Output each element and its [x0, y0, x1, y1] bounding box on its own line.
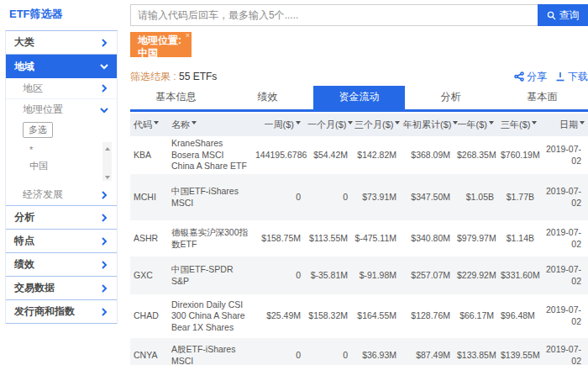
- close-icon[interactable]: ×: [186, 32, 190, 40]
- cell-name: A股ETF-iShares MSCI: [168, 338, 252, 365]
- geo-location-listbox: * 中国: [23, 142, 112, 181]
- tab-bar: 基本信息 绩效 资金流动 分析 基本面: [130, 86, 588, 112]
- cell-code: CNYA: [130, 338, 168, 365]
- cell-week: 144195.6786: [252, 136, 304, 174]
- results-bar: 筛选结果 : 55 ETFs 分享 下载: [130, 70, 588, 83]
- cell-three-year: $1.77B: [497, 174, 538, 220]
- cell-one-year: $1.05B: [454, 174, 497, 220]
- chevron-right-icon: [100, 84, 108, 93]
- col-header-ytd[interactable]: 年初累计($): [400, 114, 454, 136]
- cell-date: 2019-07-02: [538, 220, 588, 257]
- table-row[interactable]: ASHR 德银嘉实沪深300指数ETF $158.75M $113.55M $-…: [130, 220, 588, 257]
- sidebar-item-characteristics[interactable]: 特点: [6, 230, 117, 253]
- sidebar-subitem-economic-development[interactable]: 经济发展: [6, 184, 117, 205]
- sort-icon: [192, 121, 197, 127]
- cell-ytd: $257.07M: [400, 257, 454, 294]
- cell-week: 0: [252, 257, 304, 294]
- main-content: 查询 × 地理位置: 中国 筛选结果 : 55 ETFs 分享: [118, 0, 588, 365]
- chevron-right-icon: [100, 284, 108, 293]
- cell-one-year: $979.97M: [454, 220, 497, 257]
- cell-three-month: $142.82M: [351, 136, 400, 174]
- sidebar-item-analysis[interactable]: 分析: [6, 206, 117, 230]
- cell-name: KraneShares Bosera MSCI China A Share ET…: [168, 136, 252, 174]
- chevron-down-icon: [100, 106, 108, 114]
- results-label: 筛选结果 :: [130, 71, 176, 82]
- search-input[interactable]: [130, 4, 538, 26]
- tab-fundamentals[interactable]: 基本面: [496, 86, 588, 109]
- tab-performance[interactable]: 绩效: [222, 86, 313, 109]
- cell-date: 2019-07-02: [538, 338, 588, 365]
- results-count: 55 ETFs: [179, 71, 217, 82]
- cell-three-year: $139.55M: [497, 338, 538, 365]
- sidebar-item-geography[interactable]: 地域: [6, 55, 117, 78]
- list-item-china[interactable]: 中国: [23, 157, 112, 175]
- col-header-three-month[interactable]: 三个月($): [351, 114, 400, 136]
- cell-one-month: 0: [304, 174, 351, 220]
- sidebar-subitem-label: 地区: [23, 82, 43, 96]
- sidebar-item-issuer-index[interactable]: 发行商和指数: [6, 300, 117, 324]
- list-item[interactable]: *: [23, 142, 112, 157]
- share-icon: [514, 71, 524, 82]
- cell-ytd: $128.76M: [400, 294, 454, 338]
- col-header-one-month[interactable]: 一个月($): [304, 114, 351, 136]
- tab-fund-flows[interactable]: 资金流动: [313, 86, 405, 109]
- sidebar-item-label: 大类: [14, 35, 34, 50]
- scroll-up-icon[interactable]: [102, 142, 112, 151]
- table-row[interactable]: CNYA A股ETF-iShares MSCI 0 0 $36.93M $87.…: [130, 338, 588, 365]
- sort-icon: [580, 121, 585, 127]
- sidebar-subitem-label: 经济发展: [23, 188, 63, 202]
- sidebar-item-performance[interactable]: 绩效: [6, 253, 117, 277]
- col-header-one-year[interactable]: 一年($): [454, 114, 497, 136]
- cell-one-year: $229.92M: [454, 257, 497, 294]
- cell-three-month: $-475.11M: [351, 220, 400, 257]
- table-header-row: 代码 名称 一周($) 一个月($) 三个月($) 年初累计($) 一年($) …: [130, 114, 588, 136]
- share-button[interactable]: 分享: [514, 70, 547, 84]
- cell-week: $158.75M: [252, 220, 304, 257]
- cell-three-month: $36.93M: [351, 338, 400, 365]
- geography-submenu: 地区 地理位置 多选 * 中国 经济发展: [6, 78, 117, 206]
- results-summary: 筛选结果 : 55 ETFs: [130, 70, 217, 84]
- cell-one-year: $133.85M: [454, 338, 497, 365]
- filter-tag-geo-location: × 地理位置: 中国: [130, 32, 192, 57]
- page-title: ETF筛选器: [5, 5, 118, 30]
- cell-name: 德银嘉实沪深300指数ETF: [168, 220, 252, 257]
- cell-date: 2019-07-02: [538, 257, 588, 294]
- tab-analysis[interactable]: 分析: [405, 86, 496, 109]
- cell-code: MCHI: [130, 174, 168, 220]
- table-row[interactable]: GXC 中国ETF-SPDR S&P 0 $-35.81M $-91.98M $…: [130, 257, 588, 294]
- etf-table: 代码 名称 一周($) 一个月($) 三个月($) 年初累计($) 一年($) …: [130, 114, 588, 365]
- cell-three-year: $1.14B: [497, 220, 538, 257]
- cell-week: 0: [252, 338, 304, 365]
- cell-three-year: $331.60M: [497, 257, 538, 294]
- col-header-week[interactable]: 一周($): [252, 114, 304, 136]
- table-row[interactable]: KBA KraneShares Bosera MSCI China A Shar…: [130, 136, 588, 174]
- cell-ytd: $368.09M: [400, 136, 454, 174]
- cell-one-month: 0: [304, 338, 351, 365]
- tab-basic-info[interactable]: 基本信息: [130, 86, 222, 109]
- sidebar-subitem-district[interactable]: 地区: [6, 78, 117, 99]
- col-header-date[interactable]: 日期: [538, 114, 588, 136]
- sort-icon: [348, 121, 353, 127]
- col-header-name[interactable]: 名称: [168, 114, 252, 136]
- cell-ytd: $347.50M: [400, 174, 454, 220]
- cell-three-month: $73.91M: [351, 174, 400, 220]
- search-button[interactable]: 查询: [538, 4, 588, 26]
- listbox-scrollbar[interactable]: [102, 142, 112, 181]
- cell-code: KBA: [130, 136, 168, 174]
- cell-date: 2019-07-02: [538, 294, 588, 338]
- sidebar-subitem-label: 地理位置: [23, 103, 63, 117]
- table-row[interactable]: MCHI 中国ETF-iShares MSCI 0 0 $73.91M $347…: [130, 174, 588, 220]
- sidebar-subitem-geo-location[interactable]: 地理位置: [6, 99, 117, 120]
- cell-code: CHAD: [130, 294, 168, 338]
- col-header-code[interactable]: 代码: [130, 114, 168, 136]
- sidebar-item-asset-class[interactable]: 大类: [6, 31, 117, 55]
- download-button[interactable]: 下载: [555, 70, 588, 84]
- sidebar-item-label: 地域: [14, 60, 34, 74]
- cell-one-month: $158.32M: [304, 294, 351, 338]
- cell-date: 2019-07-02: [538, 136, 588, 174]
- share-label: 分享: [527, 70, 547, 84]
- sidebar-item-trading-data[interactable]: 交易数据: [6, 277, 117, 300]
- col-header-three-year[interactable]: 三年($): [497, 114, 538, 136]
- table-row[interactable]: CHAD Direxion Daily CSI 300 China A Shar…: [130, 294, 588, 338]
- scroll-down-icon[interactable]: [102, 172, 112, 181]
